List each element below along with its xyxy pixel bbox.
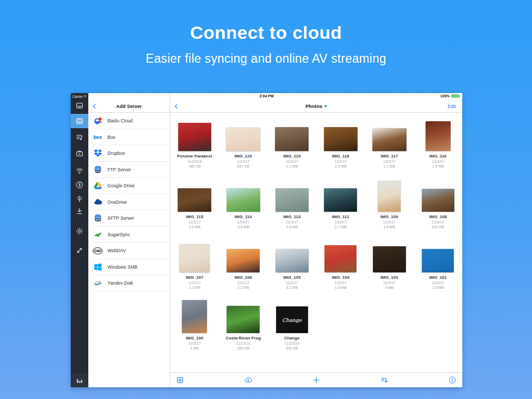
plus-icon[interactable]	[312, 376, 320, 384]
sidebar-item-wifi-transfer[interactable]	[71, 164, 88, 178]
photo-item[interactable]: IMG_10312/3/174 MB	[365, 236, 414, 297]
svg-text:FTP: FTP	[96, 171, 99, 173]
service-row-google-drive[interactable]: Google Drive	[88, 178, 170, 194]
photo-thumbnail[interactable]	[178, 123, 211, 151]
photo-item[interactable]: IMG_10712/3/172.2 MB	[170, 236, 219, 297]
service-row-sugarsync[interactable]: SugarSync	[88, 227, 170, 243]
edit-button[interactable]: Edit	[447, 104, 456, 109]
photo-item[interactable]: IMG_11512/3/173.6 MB	[170, 176, 219, 236]
info-icon[interactable]	[448, 376, 456, 384]
photo-item[interactable]: IMG_11612/3/171.8 MB	[414, 115, 463, 176]
photo-thumbnail[interactable]	[324, 188, 357, 212]
photo-size: 2.5 MB	[286, 225, 298, 229]
photo-thumbnail[interactable]: Change	[276, 306, 308, 333]
cloud-upload-icon[interactable]	[244, 376, 252, 384]
photo-thumbnail[interactable]	[182, 300, 207, 333]
service-row-dropbox[interactable]: Dropbox	[88, 145, 170, 162]
photo-item[interactable]: IMG_11312/3/172.5 MB	[268, 176, 317, 236]
photo-thumbnail[interactable]	[426, 121, 451, 151]
sidebar-item-downloads[interactable]	[71, 204, 88, 218]
service-row-yandex-disk[interactable]: Yandex.Disk	[88, 275, 170, 292]
sidebar-item-storage-usage[interactable]	[71, 373, 88, 387]
photo-name: IMG_108	[429, 214, 447, 220]
photo-item[interactable]: IMG_11712/3/171.1 MB	[365, 115, 414, 176]
service-row-windows-smb[interactable]: Windows SMB	[88, 259, 170, 276]
photo-item[interactable]: IMG_11812/3/172.5 MB	[317, 115, 365, 176]
photo-name: IMG_117	[381, 154, 398, 159]
svg-text:SFTP: SFTP	[95, 219, 100, 221]
stats-icon	[76, 376, 84, 384]
photo-item[interactable]: IMG_10412/3/171.9 MB	[317, 236, 365, 297]
sort-icon[interactable]	[380, 376, 388, 384]
photo-date: 11/23/16	[236, 341, 251, 346]
sidebar-item-bluetooth[interactable]	[71, 178, 88, 192]
photo-size: 4 MB	[385, 285, 394, 290]
box-logo: box	[93, 132, 103, 142]
photo-thumbnail[interactable]	[179, 244, 210, 272]
video-box-icon	[76, 149, 84, 157]
sidebar-item-fullscreen[interactable]	[71, 243, 88, 257]
photo-item[interactable]: IMG_11912/3/171.1 MB	[268, 115, 317, 176]
service-label: Google Drive	[107, 183, 135, 188]
photo-name: IMG_116	[429, 154, 446, 159]
photo-thumbnail[interactable]	[324, 127, 358, 151]
photo-thumbnail[interactable]	[275, 127, 309, 151]
service-row-onedrive[interactable]: OneDrive	[88, 194, 170, 211]
photo-date: 12/3/17	[237, 220, 250, 225]
photo-thumbnail[interactable]	[227, 249, 260, 272]
photo-thumbnail[interactable]	[325, 245, 356, 272]
photo-item[interactable]: IMG_11212/3/172.7 MB	[317, 176, 365, 236]
photo-item[interactable]: IMG_10012/3/172 MB	[170, 297, 219, 358]
photo-date: 12/3/17	[383, 220, 395, 225]
photo-item[interactable]: Pensive Parakeet11/23/16480 KB	[170, 115, 219, 176]
network-drive-icon	[76, 117, 84, 125]
photo-item[interactable]: IMG_10512/3/173.1 MB	[268, 236, 317, 297]
photo-item[interactable]: IMG_10112/3/171.8 MB	[414, 236, 463, 297]
sidebar-item-playlists[interactable]	[71, 130, 88, 144]
service-label: SugarSync	[107, 232, 130, 237]
photo-thumbnail[interactable]	[422, 249, 454, 272]
photo-item[interactable]: IMG_10612/3/172.2 MB	[219, 236, 268, 297]
photo-size: 657 KB	[237, 164, 250, 169]
service-row-box[interactable]: boxBox	[88, 129, 170, 146]
service-row-baidu-cloud[interactable]: Baidu Cloud	[88, 113, 170, 129]
service-row-webdav[interactable]: DAVWebDAV	[88, 243, 170, 259]
photo-item[interactable]: IMG_10912/3/171.9 MB	[365, 176, 414, 236]
chevron-left-icon[interactable]	[173, 103, 179, 109]
photo-name: IMG_119	[284, 154, 301, 159]
photos-panel: Photos Edit Pensive Parakeet11/23/16480 …	[170, 93, 462, 387]
sidebar-item-media[interactable]	[71, 146, 88, 160]
sugarsync-logo	[93, 229, 103, 239]
sidebar-item-settings[interactable]	[71, 224, 88, 238]
photo-item[interactable]: ChangeChange11/23/16433 KB	[268, 297, 317, 358]
photo-thumbnail[interactable]	[372, 128, 406, 151]
service-row-sftp-server[interactable]: SFTPSFTP Server	[88, 210, 170, 227]
photo-thumbnail[interactable]	[227, 188, 260, 212]
windows-logo	[93, 262, 103, 272]
photo-thumbnail[interactable]	[422, 189, 454, 212]
sidebar-item-connections[interactable]	[71, 114, 88, 128]
photo-thumbnail[interactable]	[226, 128, 260, 151]
photo-item[interactable]: IMG_11412/3/173.5 MB	[219, 176, 268, 236]
photo-size: 2.5 MB	[335, 164, 346, 169]
photo-thumbnail[interactable]	[276, 188, 309, 212]
photo-item[interactable]: Costa Rican Frog11/23/16355 KB	[219, 297, 268, 358]
photo-thumbnail[interactable]	[276, 249, 309, 272]
photo-date: 12/3/17	[432, 220, 444, 225]
sidebar-item-local-files[interactable]	[71, 98, 88, 112]
folder-title[interactable]: Photos	[305, 103, 327, 109]
photo-thumbnail[interactable]	[378, 181, 401, 212]
chevron-down-icon	[324, 105, 327, 107]
photo-name: IMG_118	[332, 154, 349, 159]
grid-icon[interactable]	[176, 376, 184, 384]
service-label: SFTP Server	[107, 215, 134, 221]
photo-thumbnail[interactable]	[373, 246, 406, 272]
service-row-ftp-server[interactable]: FTPFTP Server	[88, 162, 170, 178]
photo-item[interactable]: IMG_12012/3/17657 KB	[219, 115, 268, 176]
battery-percent: 100%	[440, 94, 450, 98]
chevron-left-icon[interactable]	[92, 103, 97, 109]
photo-thumbnail[interactable]	[227, 306, 260, 333]
photo-thumbnail[interactable]	[178, 188, 211, 212]
photo-item[interactable]: IMG_10812/3/17810 KB	[414, 176, 463, 236]
sftp-globe-logo: SFTP	[93, 213, 103, 223]
